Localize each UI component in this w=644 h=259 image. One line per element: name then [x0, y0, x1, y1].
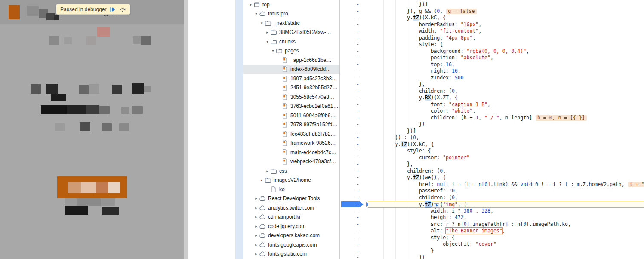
chevron-closed-icon[interactable]: ▸	[253, 206, 259, 210]
line-gutter-cell[interactable]: -	[340, 134, 368, 141]
line-gutter-cell[interactable]: -	[340, 174, 368, 181]
line-gutter-cell[interactable]: -	[340, 128, 368, 135]
breakpoint-gutter[interactable]: ---------------------------------------	[340, 1, 368, 259]
line-gutter-cell[interactable]: -	[340, 68, 368, 75]
line-gutter-cell[interactable]: -	[340, 8, 368, 15]
chevron-closed-icon[interactable]: ▸	[253, 196, 259, 201]
navigator-item-fonts-googleapis-com[interactable]: ▸fonts.googleapis.com	[243, 240, 339, 250]
chevron-open-icon[interactable]: ▾	[253, 12, 259, 16]
code-line[interactable]: background: "rgba(0, 0, 0, 0.4)",	[368, 48, 644, 55]
line-gutter-cell[interactable]: -	[340, 214, 368, 221]
chevron-closed-icon[interactable]: ▸	[259, 178, 265, 182]
code-line[interactable]: },	[368, 161, 644, 168]
navigator-item-3763-ecbc1ef0a61[interactable]: 3763-ecbc1ef0a61…	[243, 102, 339, 111]
line-gutter-cell[interactable]: -	[340, 108, 368, 115]
code-line-current-execution[interactable]: y.tZ)("img", {	[368, 201, 644, 208]
code-line[interactable]: })	[368, 121, 644, 128]
step-over-button[interactable]	[119, 6, 126, 13]
chevron-closed-icon[interactable]: ▸	[253, 224, 259, 229]
code-line[interactable]: children: [h + 1, " / ", n.length]h = 0,…	[368, 115, 644, 122]
line-gutter-cell[interactable]: -	[340, 181, 368, 188]
code-line[interactable]: top: 16,	[368, 61, 644, 68]
code-line[interactable]: right: 16,	[368, 68, 644, 75]
line-gutter-cell[interactable]: -	[340, 75, 368, 82]
navigator-item-webpack-478a3cf[interactable]: webpack-478a3cf…	[243, 157, 339, 167]
code-line[interactable]: objectFit: "cover"	[368, 241, 644, 248]
chevron-closed-icon[interactable]: ▸	[253, 233, 259, 238]
code-line[interactable]: style: {	[368, 235, 644, 241]
code-line[interactable]: }	[368, 248, 644, 255]
code-line[interactable]: y.tZ)(X.kC, {	[368, 141, 644, 148]
navigator-item-3055-58c5470e3[interactable]: 3055-58c5470e3…	[243, 92, 339, 102]
code-line[interactable]: src: r ? n[0].imagePath[r] : n[0].imageP…	[368, 221, 644, 228]
code-line[interactable]: children: (0,	[368, 195, 644, 201]
line-gutter-cell[interactable]: -	[340, 195, 368, 201]
navigator-item-1907-ad5c27c3b3[interactable]: 1907-ad5c27c3b3…	[243, 74, 339, 83]
code-line[interactable]: alt: "The Banner images",	[368, 228, 644, 235]
code-line[interactable]: })	[368, 254, 644, 259]
code-line[interactable]: }) : (0,	[368, 134, 644, 141]
line-gutter-cell[interactable]: -	[340, 155, 368, 161]
navigator-item-7978-897f3a152fd[interactable]: 7978-897f3a152fd…	[243, 120, 339, 130]
line-gutter-cell[interactable]: -	[340, 235, 368, 241]
navigator-item-framework-98526[interactable]: framework-98526…	[243, 139, 339, 148]
navigator-item-fec483df-db3f7b2[interactable]: fec483df-db3f7b2…	[243, 129, 339, 139]
line-gutter-cell[interactable]: -	[340, 41, 368, 48]
line-gutter-cell[interactable]: -	[340, 48, 368, 55]
line-gutter-cell[interactable]: -	[340, 208, 368, 215]
line-gutter-cell[interactable]: -	[340, 141, 368, 148]
navigator-item-top[interactable]: ▾top	[243, 0, 339, 9]
navigator-item-pages[interactable]: ▾pages	[243, 46, 339, 56]
line-gutter-cell[interactable]: -	[340, 221, 368, 228]
line-gutter-cell[interactable]: -	[340, 101, 368, 108]
code-line[interactable]: }), g && (0,g = false	[368, 8, 644, 15]
line-gutter-cell[interactable]: -	[340, 88, 368, 95]
code-line[interactable]: cursor: "pointer"	[368, 155, 644, 161]
code-line[interactable]: children: (0,	[368, 168, 644, 175]
line-gutter-cell[interactable]: -	[340, 28, 368, 35]
navigator-item-fonts-gstatic-com[interactable]: ▸fonts.gstatic.com	[243, 250, 339, 259]
line-gutter-cell[interactable]: -	[340, 61, 368, 68]
chevron-open-icon[interactable]: ▾	[248, 3, 253, 7]
navigator-item-totus-pro[interactable]: ▾totus.pro	[243, 9, 339, 19]
line-gutter-cell[interactable]: -	[340, 55, 368, 61]
code-line[interactable]: style: {	[368, 41, 644, 48]
code-line[interactable]: })]	[368, 1, 644, 8]
code-line[interactable]: color: "white",	[368, 108, 644, 115]
step-into-icon[interactable]	[434, 203, 439, 208]
navigator-item-ko[interactable]: ko	[243, 185, 339, 194]
navigator-item-index-6b09fcdd[interactable]: index-6b09fcdd…	[243, 65, 339, 74]
chevron-closed-icon[interactable]: ▸	[253, 215, 259, 219]
code-line[interactable]: y.tZ)(we(), {	[368, 174, 644, 181]
navigator-item-cdn-iamport-kr[interactable]: ▸cdn.iamport.kr	[243, 213, 339, 222]
navigator-item-main-ed4ceb4c7c[interactable]: main-ed4ceb4c7c…	[243, 148, 339, 157]
chevron-closed-icon[interactable]: ▸	[253, 243, 259, 247]
line-gutter-cell[interactable]: -	[340, 115, 368, 122]
code-line[interactable]: y.tZ)(X.kC, {	[368, 15, 644, 21]
chevron-closed-icon[interactable]: ▸	[265, 169, 270, 173]
line-gutter-cell[interactable]: -	[340, 81, 368, 88]
code-line[interactable]: children: (0,	[368, 88, 644, 95]
code-line[interactable]: font: "caption_1_B",	[368, 101, 644, 108]
code-line[interactable]: href: null !== (t = n[0].link) && void 0…	[368, 181, 644, 188]
code-line[interactable]: style: {	[368, 148, 644, 155]
navigator-item-code-jquery-com[interactable]: ▸code.jquery.com	[243, 222, 339, 231]
navigator-item-next-static[interactable]: ▾_next/static	[243, 18, 339, 28]
chevron-open-icon[interactable]: ▾	[265, 40, 270, 44]
navigator-item-38mgzbxf05gmxw[interactable]: ▸38MGZBxf05GMxw-…	[243, 28, 339, 37]
code-line[interactable]: position: "absolute",	[368, 55, 644, 61]
line-gutter-cell[interactable]: -	[340, 35, 368, 42]
code-line[interactable]: })]	[368, 128, 644, 135]
line-gutter-cell[interactable]: -	[340, 121, 368, 128]
line-gutter-cell[interactable]: -	[340, 248, 368, 255]
line-gutter-cell[interactable]: -	[340, 241, 368, 248]
code-line[interactable]: y.BX)(X.ZT, {	[368, 94, 644, 101]
navigator-item-developers-kakao-com[interactable]: ▸developers.kakao.com	[243, 231, 339, 241]
code-line[interactable]: width: i ? 380 : 328,	[368, 208, 644, 215]
code-line[interactable]: zIndex: 500	[368, 75, 644, 82]
navigator-item-css[interactable]: ▸css	[243, 166, 339, 176]
line-gutter-cell[interactable]: -	[340, 1, 368, 8]
line-gutter-cell[interactable]: -	[340, 148, 368, 155]
navigator-item-react-developer-tools[interactable]: ▸React Developer Tools	[243, 194, 339, 204]
chevron-closed-icon[interactable]: ▸	[265, 30, 270, 34]
